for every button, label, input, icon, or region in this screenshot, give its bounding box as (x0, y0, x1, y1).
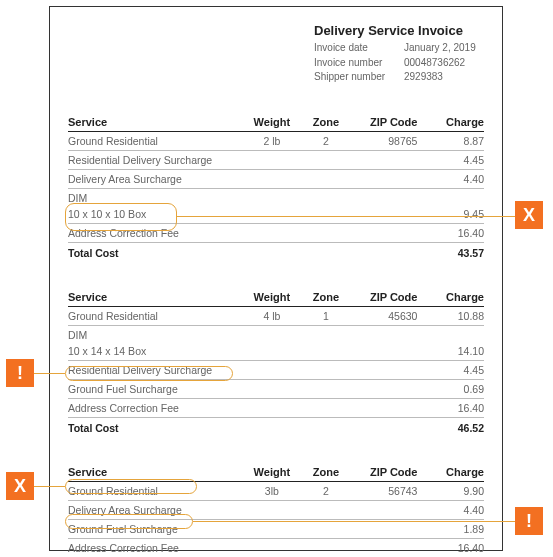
cell-service: Address Correction Fee (68, 538, 243, 557)
cell-weight: 3lb (243, 481, 301, 500)
badge-exclamation-icon: ! (515, 507, 543, 535)
col-weight: Weight (243, 463, 301, 482)
header-label: Invoice date (314, 41, 404, 56)
badge-exclamation-icon: ! (6, 359, 34, 387)
col-zip: ZIP Code (351, 113, 418, 132)
cell-charge: 14.10 (417, 344, 484, 361)
col-weight: Weight (243, 113, 301, 132)
invoice-table: Service Weight Zone ZIP Code Charge Grou… (68, 463, 484, 558)
cell-charge: 16.40 (417, 538, 484, 557)
cell-zip: 56743 (351, 481, 418, 500)
table-row: Ground Fuel Surcharge 0.69 (68, 379, 484, 398)
table-row: DIM (68, 325, 484, 344)
table-row: Address Correction Fee 16.40 (68, 538, 484, 557)
cell-service: Ground Fuel Surcharge (68, 379, 243, 398)
cell-charge: 9.45 (417, 207, 484, 224)
header-row: Invoice number 00048736262 (314, 56, 484, 71)
table-header-row: Service Weight Zone ZIP Code Charge (68, 288, 484, 307)
col-zip: ZIP Code (351, 288, 418, 307)
header-label: Invoice number (314, 56, 404, 71)
cell-zip: 98765 (351, 131, 418, 150)
table-row: 10 x 14 x 14 Box 14.10 (68, 344, 484, 361)
cell-service: DIM (68, 188, 243, 207)
cell-charge: 4.45 (417, 150, 484, 169)
cell-charge: 0.69 (417, 379, 484, 398)
cell-zone: 1 (301, 306, 351, 325)
col-charge: Charge (417, 288, 484, 307)
invoice-title: Delivery Service Invoice (314, 23, 484, 38)
table-row: Address Correction Fee 16.40 (68, 223, 484, 242)
col-charge: Charge (417, 463, 484, 482)
cell-service: Address Correction Fee (68, 223, 243, 242)
invoice-document: Delivery Service Invoice Invoice date Ja… (49, 6, 503, 551)
col-service: Service (68, 288, 243, 307)
header-value: 00048736262 (404, 56, 465, 71)
invoice-header: Delivery Service Invoice Invoice date Ja… (314, 23, 484, 85)
cell-charge: 16.40 (417, 223, 484, 242)
col-service: Service (68, 463, 243, 482)
cell-service: Ground Residential (68, 481, 243, 500)
cell-charge: 9.90 (417, 481, 484, 500)
table-header-row: Service Weight Zone ZIP Code Charge (68, 113, 484, 132)
cell-zip: 45630 (351, 306, 418, 325)
cell-weight: 4 lb (243, 306, 301, 325)
invoice-table: Service Weight Zone ZIP Code Charge Grou… (68, 288, 484, 437)
header-row: Invoice date January 2, 2019 (314, 41, 484, 56)
cell-zone: 2 (301, 481, 351, 500)
table-row: DIM (68, 188, 484, 207)
header-row: Shipper number 2929383 (314, 70, 484, 85)
cell-service: Delivery Area Surcharge (68, 500, 243, 519)
cell-service: DIM (68, 325, 243, 344)
header-value: 2929383 (404, 70, 443, 85)
col-zone: Zone (301, 113, 351, 132)
header-value: January 2, 2019 (404, 41, 476, 56)
cell-zone: 2 (301, 131, 351, 150)
cell-service: Address Correction Fee (68, 398, 243, 417)
invoice-table: Service Weight Zone ZIP Code Charge Grou… (68, 113, 484, 262)
table-row: Residential Delivery Surcharge 4.45 (68, 150, 484, 169)
col-zone: Zone (301, 288, 351, 307)
cell-service: Ground Fuel Surcharge (68, 519, 243, 538)
total-value: 46.52 (417, 417, 484, 437)
table-header-row: Service Weight Zone ZIP Code Charge (68, 463, 484, 482)
total-row: Total Cost 43.57 (68, 242, 484, 262)
cell-charge: 16.40 (417, 398, 484, 417)
cell-service-sub: 10 x 14 x 14 Box (68, 344, 243, 361)
table-row: Ground Residential 2 lb 2 98765 8.87 (68, 131, 484, 150)
cell-charge: 4.40 (417, 169, 484, 188)
cell-charge: 4.45 (417, 360, 484, 379)
cell-service: Ground Residential (68, 306, 243, 325)
cell-charge: 8.87 (417, 131, 484, 150)
cell-service: Delivery Area Surcharge (68, 169, 243, 188)
cell-service: Residential Delivery Surcharge (68, 150, 243, 169)
col-service: Service (68, 113, 243, 132)
badge-x-icon: X (515, 201, 543, 229)
total-row: Total Cost 46.52 (68, 417, 484, 437)
table-row: Delivery Area Surcharge 4.40 (68, 169, 484, 188)
header-label: Shipper number (314, 70, 404, 85)
table-row: Ground Residential 4 lb 1 45630 10.88 (68, 306, 484, 325)
cell-service-sub: 10 x 10 x 10 Box (68, 207, 243, 224)
table-row: Delivery Area Surcharge 4.40 (68, 500, 484, 519)
badge-x-icon: X (6, 472, 34, 500)
col-weight: Weight (243, 288, 301, 307)
table-row: Address Correction Fee 16.40 (68, 398, 484, 417)
col-zone: Zone (301, 463, 351, 482)
col-charge: Charge (417, 113, 484, 132)
table-row: 10 x 10 x 10 Box 9.45 (68, 207, 484, 224)
cell-service: Ground Residential (68, 131, 243, 150)
table-row: Ground Fuel Surcharge 1.89 (68, 519, 484, 538)
cell-weight: 2 lb (243, 131, 301, 150)
total-label: Total Cost (68, 417, 243, 437)
cell-charge: 10.88 (417, 306, 484, 325)
total-label: Total Cost (68, 242, 243, 262)
col-zip: ZIP Code (351, 463, 418, 482)
cell-charge: 1.89 (417, 519, 484, 538)
table-row: Residential Delivery Surcharge 4.45 (68, 360, 484, 379)
cell-service: Residential Delivery Surcharge (68, 360, 243, 379)
total-value: 43.57 (417, 242, 484, 262)
cell-charge: 4.40 (417, 500, 484, 519)
table-row: Ground Residential 3lb 2 56743 9.90 (68, 481, 484, 500)
